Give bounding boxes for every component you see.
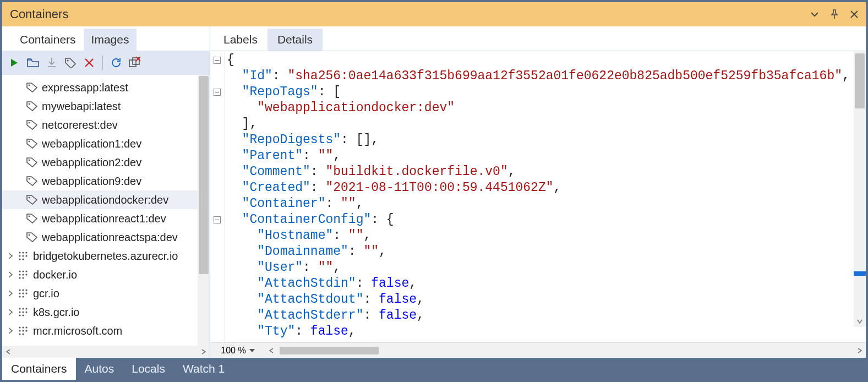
tab-details[interactable]: Details: [268, 29, 323, 51]
run-button[interactable]: [7, 55, 22, 70]
expand-chevron-icon[interactable]: [4, 328, 17, 334]
svg-point-27: [25, 274, 27, 275]
svg-point-9: [29, 197, 30, 199]
bottom-tab-containers[interactable]: Containers: [2, 358, 76, 380]
svg-point-33: [22, 296, 24, 297]
bottom-tab-autos[interactable]: Autos: [76, 358, 123, 380]
registry-item[interactable]: k8s.gcr.io: [2, 303, 210, 321]
fold-toggle[interactable]: [214, 57, 221, 64]
svg-point-23: [22, 270, 24, 272]
tree-item-label: webapplication2:dev: [42, 156, 141, 169]
svg-point-49: [22, 333, 24, 335]
svg-point-36: [19, 308, 20, 309]
image-item[interactable]: mywebapi:latest: [2, 97, 210, 116]
tree-item-label: k8s.gcr.io: [33, 306, 79, 319]
registry-icon: [17, 326, 31, 336]
svg-point-34: [25, 289, 27, 291]
json-editor[interactable]: { "Id": "sha256:0ae14a633f315b699aa12f35…: [210, 51, 866, 342]
svg-point-25: [22, 277, 24, 279]
svg-point-5: [29, 122, 30, 124]
window-titlebar: Containers: [2, 2, 866, 26]
image-item[interactable]: webapplication2:dev: [2, 153, 210, 172]
images-tree[interactable]: expressapp:latestmywebapi:latestnetcorer…: [2, 75, 210, 358]
tree-item-label: docker.io: [33, 269, 77, 281]
svg-point-20: [19, 270, 20, 272]
editor-vertical-scrollbar[interactable]: [854, 51, 866, 327]
tree-horizontal-scrollbar[interactable]: [2, 346, 210, 358]
image-item[interactable]: webapplication1:dev: [2, 134, 210, 153]
svg-point-10: [29, 216, 30, 217]
image-item[interactable]: expressapp:latest: [2, 78, 210, 97]
tag-icon: [25, 101, 40, 111]
tab-labels[interactable]: Labels: [214, 29, 268, 51]
svg-point-41: [22, 314, 24, 316]
svg-point-29: [19, 292, 20, 294]
registry-icon: [17, 307, 31, 317]
image-item[interactable]: webapplicationreact1:dev: [2, 209, 210, 228]
svg-point-4: [29, 103, 30, 105]
expand-chevron-icon[interactable]: [4, 253, 17, 259]
fold-toggle[interactable]: [214, 216, 221, 223]
svg-point-8: [29, 178, 30, 180]
registry-item[interactable]: mcr.microsoft.com: [2, 321, 210, 340]
expand-chevron-icon[interactable]: [4, 271, 17, 278]
registry-item[interactable]: gcr.io: [2, 284, 210, 303]
window-options-dropdown[interactable]: [809, 8, 821, 20]
tab-images[interactable]: Images: [84, 29, 137, 51]
tree-item-label: bridgetokubernetes.azurecr.io: [33, 250, 178, 263]
image-item[interactable]: webapplicationdocker:dev: [2, 190, 210, 209]
image-item[interactable]: netcorerest:dev: [2, 116, 210, 134]
chevron-down-icon: [249, 349, 255, 352]
pin-icon[interactable]: [828, 8, 840, 20]
tree-item-label: webapplicationreactspa:dev: [42, 231, 178, 244]
svg-point-42: [25, 308, 27, 309]
svg-point-51: [25, 330, 27, 331]
tree-item-label: netcorerest:dev: [42, 119, 118, 132]
bottom-tool-tabs: Containers Autos Locals Watch 1: [2, 358, 866, 380]
svg-point-24: [22, 274, 24, 275]
zoom-value: 100 %: [221, 346, 245, 356]
tree-item-label: mywebapi:latest: [42, 100, 121, 113]
refresh-button[interactable]: [108, 55, 124, 70]
bottom-tab-locals[interactable]: Locals: [123, 358, 174, 380]
left-tabs: Containers Images: [2, 26, 210, 51]
image-item[interactable]: webapplication9:dev: [2, 172, 210, 190]
close-icon[interactable]: [848, 8, 860, 20]
image-item[interactable]: webapplicationreactspa:dev: [2, 228, 210, 247]
svg-point-26: [25, 270, 27, 272]
delete-button[interactable]: [81, 55, 97, 70]
registry-item[interactable]: bridgetokubernetes.azurecr.io: [2, 247, 210, 265]
bottom-tab-watch1[interactable]: Watch 1: [174, 358, 233, 380]
tag-icon: [25, 176, 40, 186]
expand-chevron-icon[interactable]: [4, 290, 17, 297]
tag-button[interactable]: [63, 55, 78, 70]
tree-item-label: mcr.microsoft.com: [33, 325, 122, 337]
tree-vertical-scrollbar[interactable]: [198, 75, 210, 346]
svg-point-39: [22, 308, 24, 309]
expand-chevron-icon[interactable]: [4, 309, 17, 315]
tag-icon: [25, 232, 40, 242]
svg-point-45: [19, 330, 20, 331]
fold-toggle[interactable]: [214, 89, 221, 96]
svg-point-15: [22, 252, 24, 253]
svg-point-16: [22, 255, 24, 257]
svg-point-30: [19, 296, 20, 297]
editor-horizontal-scrollbar[interactable]: [265, 343, 866, 358]
svg-point-13: [19, 255, 20, 257]
tab-containers[interactable]: Containers: [12, 29, 84, 51]
fold-gutter[interactable]: [210, 51, 225, 342]
pull-button[interactable]: [44, 55, 59, 70]
svg-point-32: [22, 292, 24, 294]
json-code[interactable]: { "Id": "sha256:0ae14a633f315b699aa12f35…: [225, 51, 866, 342]
prune-button[interactable]: [127, 55, 143, 70]
svg-point-18: [25, 252, 27, 253]
window-title: Containers: [10, 7, 68, 21]
zoom-selector[interactable]: 100 %: [210, 346, 265, 356]
svg-point-0: [67, 59, 68, 61]
registry-item[interactable]: docker.io: [2, 265, 210, 284]
svg-point-12: [19, 252, 20, 253]
tree-item-label: webapplicationdocker:dev: [42, 194, 168, 206]
svg-point-48: [22, 330, 24, 331]
open-folder-button[interactable]: [25, 55, 41, 70]
toolbar-separator: [102, 56, 103, 70]
